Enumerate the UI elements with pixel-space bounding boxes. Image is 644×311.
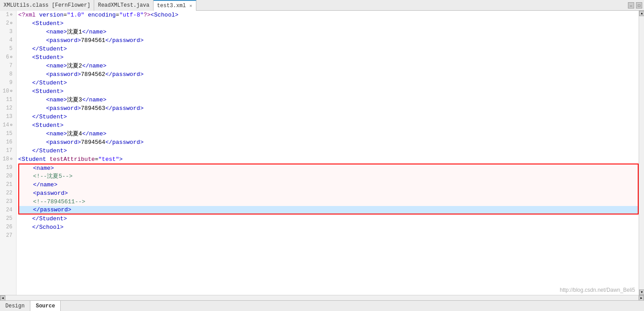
line-num-text: 2 — [6, 19, 9, 28]
code-line-19[interactable]: <name> — [18, 164, 639, 172]
scroll-up-button[interactable]: ▲ — [639, 11, 644, 16]
line-number-4: 4 — [3, 36, 13, 45]
line-num-text: 21 — [6, 181, 12, 189]
scroll-left-button[interactable]: ◀ — [0, 295, 5, 301]
line-number-27: 27 — [3, 231, 13, 240]
line-number-20: 20 — [3, 172, 13, 181]
line-number-15: 15 — [3, 130, 13, 138]
code-line-17[interactable]: </Student> — [18, 147, 639, 155]
line-num-text: 1 — [6, 11, 9, 19]
fold-icon[interactable]: ⊖ — [10, 121, 12, 130]
code-line-7[interactable]: <name>沈夏2</name> — [18, 62, 639, 70]
line-number-3: 3 — [3, 28, 13, 36]
code-line-21[interactable]: </name> — [18, 181, 639, 189]
fold-icon[interactable]: ⊖ — [10, 155, 12, 164]
code-line-25[interactable]: </Student> — [18, 214, 639, 223]
line-number-18: 18⊖ — [3, 155, 13, 164]
code-line-26[interactable]: </School> — [18, 223, 639, 231]
line-num-text: 23 — [6, 198, 12, 206]
line-num-text: 25 — [6, 214, 12, 223]
tab-bar: XMLUtils.class [FernFlower] ReadXMLTest.… — [0, 0, 644, 11]
line-number-22: 22 — [3, 189, 13, 198]
maximize-button[interactable]: □ — [636, 2, 642, 8]
tab-test3xml-close[interactable]: ✕ — [189, 3, 192, 8]
code-line-8[interactable]: <password>7894562</password> — [18, 70, 639, 79]
minimize-button[interactable]: — — [628, 2, 634, 8]
line-num-text: 27 — [6, 231, 12, 240]
line-numbers: 1⊖2⊖3456⊖78910⊖11121314⊖15161718⊖1920212… — [0, 11, 17, 295]
line-num-text: 3 — [9, 28, 12, 36]
tab-readxmltest[interactable]: ReadXMLTest.java — [94, 0, 153, 11]
bottom-scrollbar[interactable]: ◀ ▶ — [0, 295, 644, 300]
code-line-20[interactable]: <!--沈夏5--> — [18, 172, 639, 181]
line-number-7: 7 — [3, 62, 13, 70]
line-number-26: 26 — [3, 223, 13, 231]
line-number-23: 23 — [3, 198, 13, 206]
line-num-text: 12 — [6, 104, 12, 113]
code-line-27[interactable] — [18, 231, 639, 240]
code-line-2[interactable]: <Student> — [18, 19, 639, 28]
tab-bar-controls: — □ — [628, 0, 644, 11]
status-design-label: Design — [5, 303, 25, 309]
code-line-23[interactable]: <!--78945611--> — [18, 198, 639, 206]
line-num-text: 20 — [6, 172, 12, 181]
line-number-2: 2⊖ — [3, 19, 13, 28]
line-num-text: 5 — [9, 45, 12, 53]
line-number-8: 8 — [3, 70, 13, 79]
status-tab-source[interactable]: Source — [30, 301, 61, 311]
code-line-5[interactable]: </Student> — [18, 45, 639, 53]
code-line-24[interactable]: </password> — [18, 206, 639, 214]
line-number-21: 21 — [3, 181, 13, 189]
code-line-10[interactable]: <Student> — [18, 87, 639, 96]
code-line-13[interactable]: </Student> — [18, 113, 639, 121]
tab-xmlutils[interactable]: XMLUtils.class [FernFlower] — [0, 0, 94, 11]
line-num-text: 22 — [6, 189, 12, 198]
fold-icon[interactable]: ⊖ — [10, 53, 12, 62]
code-line-16[interactable]: <password>7894564</password> — [18, 138, 639, 147]
line-number-24: 24 — [3, 206, 13, 214]
scroll-right-button[interactable]: ▶ — [639, 295, 644, 301]
code-area[interactable]: <?xml version="1.0" encoding="utf-8"?><S… — [17, 11, 639, 295]
line-num-text: 8 — [9, 70, 12, 79]
status-source-label: Source — [36, 303, 55, 309]
editor-wrapper: 1⊖2⊖3456⊖78910⊖11121314⊖15161718⊖1920212… — [0, 11, 644, 300]
code-line-14[interactable]: <Student> — [18, 121, 639, 130]
line-num-text: 17 — [6, 147, 12, 155]
line-num-text: 18 — [3, 155, 9, 164]
code-line-4[interactable]: <password>7894561</password> — [18, 36, 639, 45]
code-line-6[interactable]: <Student> — [18, 53, 639, 62]
line-number-19: 19 — [3, 164, 13, 172]
line-number-14: 14⊖ — [3, 121, 13, 130]
code-line-11[interactable]: <name>沈夏3</name> — [18, 96, 639, 104]
editor-container: 1⊖2⊖3456⊖78910⊖11121314⊖15161718⊖1920212… — [0, 11, 644, 295]
code-line-18[interactable]: <Student testAttribute="test"> — [18, 155, 639, 164]
minimize-icon: — — [630, 4, 632, 8]
line-num-text: 6 — [6, 53, 9, 62]
status-bar: Design Source — [0, 300, 644, 311]
line-num-text: 24 — [6, 206, 12, 214]
scroll-track[interactable] — [639, 16, 644, 290]
scroll-down-button[interactable]: ▼ — [639, 290, 644, 295]
code-line-12[interactable]: <password>7894563</password> — [18, 104, 639, 113]
line-number-17: 17 — [3, 147, 13, 155]
scrollbar-right[interactable]: ▲ ▼ — [639, 11, 644, 295]
line-num-text: 7 — [9, 62, 12, 70]
tab-test3xml[interactable]: test3.xml ✕ — [154, 0, 196, 11]
line-number-16: 16 — [3, 138, 13, 147]
code-line-9[interactable]: </Student> — [18, 79, 639, 87]
tab-xmlutils-label: XMLUtils.class [FernFlower] — [4, 2, 90, 8]
line-number-12: 12 — [3, 104, 13, 113]
line-number-11: 11 — [3, 96, 13, 104]
line-number-13: 13 — [3, 113, 13, 121]
code-line-1[interactable]: <?xml version="1.0" encoding="utf-8"?><S… — [18, 11, 639, 19]
code-line-3[interactable]: <name>沈夏1</name> — [18, 28, 639, 36]
fold-icon[interactable]: ⊖ — [10, 11, 12, 19]
status-tab-design[interactable]: Design — [0, 301, 30, 311]
code-line-22[interactable]: <password> — [18, 189, 639, 198]
fold-icon[interactable]: ⊖ — [10, 87, 12, 96]
tab-test3xml-label: test3.xml — [157, 3, 186, 9]
line-number-10: 10⊖ — [3, 87, 13, 96]
code-line-15[interactable]: <name>沈夏4</name> — [18, 130, 639, 138]
fold-icon[interactable]: ⊖ — [10, 19, 12, 28]
line-num-text: 16 — [6, 138, 12, 147]
